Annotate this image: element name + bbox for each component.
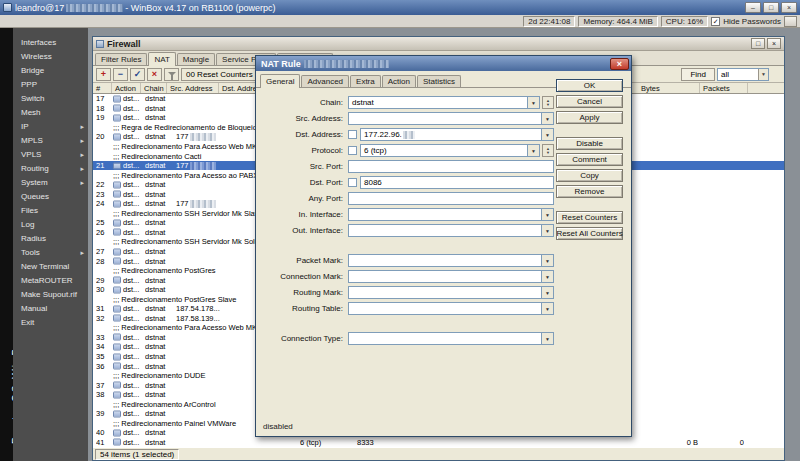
field-input-src-address[interactable]: [348, 112, 542, 125]
close-firewall-button[interactable]: ×: [767, 38, 781, 49]
sidebar-item-system[interactable]: System▸: [13, 176, 88, 190]
dropdown-arrow-icon[interactable]: ▼: [542, 128, 554, 141]
column-header-[interactable]: #: [93, 83, 112, 93]
field-input-connection-type[interactable]: [348, 332, 542, 345]
dropdown-arrow-icon[interactable]: ▼: [542, 302, 554, 315]
sidebar-item-interfaces[interactable]: Interfaces: [13, 36, 88, 50]
filter-button[interactable]: [164, 68, 179, 81]
dropdown-arrow-icon[interactable]: ▼: [542, 270, 554, 283]
column-header-bytes[interactable]: Bytes: [638, 83, 700, 93]
column-header-src-address[interactable]: Src. Address: [167, 83, 219, 93]
sidebar-item-wireless[interactable]: Wireless: [13, 50, 88, 64]
field-input-dst-port[interactable]: 8086: [360, 176, 554, 189]
column-header-action[interactable]: Action: [112, 83, 141, 93]
field-input-any-port[interactable]: [348, 192, 554, 205]
updown-toggle-icon[interactable]: [542, 96, 554, 109]
dialog-tab-statistics[interactable]: Statistics: [417, 75, 461, 87]
sidebar-item-vpls[interactable]: VPLS▸: [13, 148, 88, 162]
sidebar-item-files[interactable]: Files: [13, 204, 88, 218]
sidebar-item-mpls[interactable]: MPLS▸: [13, 134, 88, 148]
sidebar-item-tools[interactable]: Tools▸: [13, 246, 88, 260]
find-button[interactable]: Find: [681, 68, 715, 81]
field-input-packet-mark[interactable]: [348, 254, 542, 267]
field-input-routing-table[interactable]: [348, 302, 542, 315]
dialog-tab-general[interactable]: General: [260, 74, 300, 88]
sidebar-item-mesh[interactable]: Mesh: [13, 106, 88, 120]
filter-scope-select[interactable]: all ▼: [717, 68, 769, 81]
field-input-protocol[interactable]: 6 (tcp): [360, 144, 528, 157]
sidebar-item-exit[interactable]: Exit: [13, 316, 88, 330]
field-input-in-interface[interactable]: [348, 208, 542, 221]
disable-button[interactable]: ×: [147, 68, 162, 81]
sidebar-item-ip[interactable]: IP▸: [13, 120, 88, 134]
dropdown-arrow-icon[interactable]: ▼: [542, 224, 554, 237]
apply-button[interactable]: Apply: [556, 111, 623, 124]
dropdown-arrow-icon[interactable]: ▼: [528, 96, 540, 109]
sidebar-item-bridge[interactable]: Bridge: [13, 64, 88, 78]
sidebar-item-routing[interactable]: Routing▸: [13, 162, 88, 176]
comment-button[interactable]: Comment: [556, 153, 623, 166]
field-input-out-interface[interactable]: [348, 224, 542, 237]
sidebar-item-switch[interactable]: Switch: [13, 92, 88, 106]
close-button[interactable]: ×: [781, 2, 797, 13]
dropdown-arrow-icon[interactable]: ▼: [542, 112, 554, 125]
field-checkbox[interactable]: [348, 130, 357, 139]
field-input-chain[interactable]: dstnat: [348, 96, 528, 109]
field-checkbox[interactable]: [348, 178, 357, 187]
dropdown-arrow-icon[interactable]: ▼: [528, 144, 540, 157]
close-dialog-button[interactable]: ×: [610, 58, 629, 70]
copy-button[interactable]: Copy: [556, 169, 623, 182]
sidebar-item-log[interactable]: Log: [13, 218, 88, 232]
dropdown-arrow-icon[interactable]: ▼: [542, 208, 554, 221]
nat-rule-row[interactable]: 41dst...dstnat6 (tcp)83330 B0: [93, 438, 784, 447]
firewall-titlebar[interactable]: Firewall □ ×: [93, 37, 784, 51]
dialog-tab-action[interactable]: Action: [382, 75, 416, 87]
column-header-packets[interactable]: Packets: [700, 83, 748, 93]
field-input-routing-mark[interactable]: [348, 286, 542, 299]
column-header-chain[interactable]: Chain: [141, 83, 167, 93]
minimize-button[interactable]: –: [745, 2, 761, 13]
maximize-button[interactable]: □: [763, 2, 779, 13]
sidebar-item-queues[interactable]: Queues: [13, 190, 88, 204]
dialog-tab-extra[interactable]: Extra: [350, 75, 381, 87]
add-button[interactable]: +: [96, 68, 111, 81]
tab-nat[interactable]: NAT: [148, 52, 175, 66]
dropdown-arrow-icon[interactable]: ▼: [542, 332, 554, 345]
sidebar-item-manual[interactable]: Manual: [13, 302, 88, 316]
disable-button[interactable]: Disable: [556, 137, 623, 150]
tab-filter-rules[interactable]: Filter Rules: [95, 53, 147, 65]
ok-button[interactable]: OK: [556, 79, 623, 92]
remove-button[interactable]: −: [113, 68, 128, 81]
dstnat-action-icon: [113, 410, 121, 417]
dropdown-arrow-icon[interactable]: ▼: [542, 254, 554, 267]
action-cell: dst...: [123, 428, 145, 438]
enable-button[interactable]: ✓: [130, 68, 145, 81]
dialog-titlebar[interactable]: NAT Rule ×: [256, 56, 631, 71]
remove-button[interactable]: Remove: [556, 185, 623, 198]
app-titlebar[interactable]: leandro@17 - WinBox v4.17 on RB1100 (pow…: [0, 0, 800, 15]
reset-all-counters-button[interactable]: Reset All Counters: [556, 227, 623, 240]
reset-counters-button[interactable]: Reset Counters: [556, 211, 623, 224]
hide-passwords-checkbox[interactable]: [711, 17, 720, 26]
sidebar-item-radius[interactable]: Radius: [13, 232, 88, 246]
rule-number-cell: 29: [96, 275, 114, 285]
cancel-button[interactable]: Cancel: [556, 95, 623, 108]
reset-counters-toolbar-button[interactable]: 00 Reset Counters: [181, 68, 258, 81]
updown-toggle-icon[interactable]: [542, 144, 554, 157]
field-checkbox[interactable]: [348, 146, 357, 155]
dropdown-arrow-icon[interactable]: ▼: [542, 286, 554, 299]
sidebar-item-new-terminal[interactable]: New Terminal: [13, 260, 88, 274]
tab-mangle[interactable]: Mangle: [177, 53, 215, 65]
hide-passwords-toggle[interactable]: Hide Passwords: [711, 17, 781, 26]
restore-window-button[interactable]: □: [751, 38, 765, 49]
chain-cell: dstnat: [145, 352, 175, 362]
info-bar-button[interactable]: [784, 16, 797, 27]
rule-number-cell: 34: [96, 342, 114, 352]
field-input-src-port[interactable]: [348, 160, 554, 173]
field-input-dst-address[interactable]: 177.22.96.: [360, 128, 542, 141]
dialog-tab-advanced[interactable]: Advanced: [301, 75, 349, 87]
sidebar-item-make-supout-rif[interactable]: Make Supout.rif: [13, 288, 88, 302]
sidebar-item-ppp[interactable]: PPP: [13, 78, 88, 92]
sidebar-item-metarouter[interactable]: MetaROUTER: [13, 274, 88, 288]
field-input-connection-mark[interactable]: [348, 270, 542, 283]
